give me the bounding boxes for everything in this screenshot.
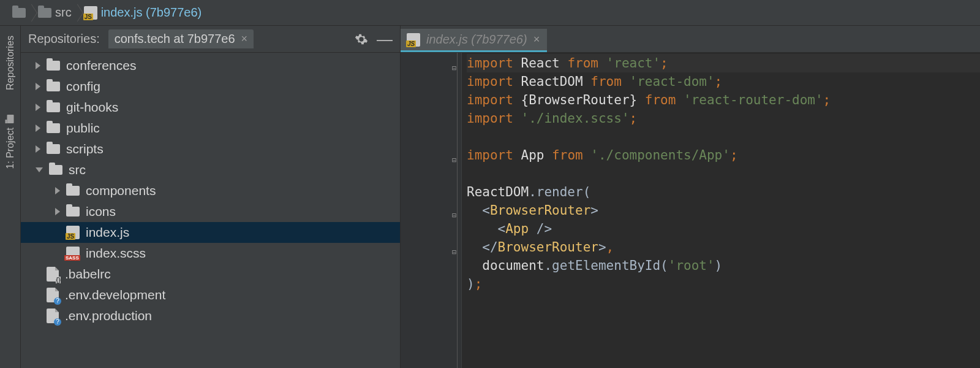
code-token: from bbox=[552, 148, 590, 163]
breadcrumb: src index.js (7b977e6) bbox=[0, 0, 980, 26]
code-line[interactable]: import React from 'react'; bbox=[467, 54, 980, 72]
editor-gutter[interactable]: ⊟⊟⊟⊟ bbox=[401, 53, 462, 368]
code-token: import bbox=[467, 74, 521, 89]
code-line[interactable]: <BrowserRouter> bbox=[467, 201, 980, 220]
tree-item[interactable]: git-hooks bbox=[21, 97, 400, 118]
code-line[interactable]: ); bbox=[467, 275, 980, 293]
code-token: < bbox=[467, 221, 505, 236]
tool-tab-label: Repositories bbox=[5, 36, 16, 90]
gear-icon[interactable] bbox=[355, 33, 368, 46]
panel-header: Repositories: confs.tech at 7b977e6 × — bbox=[21, 26, 400, 53]
editor-body[interactable]: ⊟⊟⊟⊟ import React from 'react';import Re… bbox=[401, 53, 980, 368]
code-area[interactable]: import React from 'react';import ReactDO… bbox=[462, 53, 980, 368]
fold-icon[interactable]: ⊟ bbox=[452, 59, 456, 77]
repo-tab-label: confs.tech at 7b977e6 bbox=[115, 32, 235, 46]
code-line[interactable]: import App from './components/App'; bbox=[467, 146, 980, 164]
folder-icon bbox=[47, 61, 60, 71]
code-token: import bbox=[467, 148, 521, 163]
tree-item[interactable]: scripts bbox=[21, 139, 400, 159]
code-token: > bbox=[598, 240, 606, 255]
code-token: './components/App' bbox=[590, 148, 730, 163]
code-token: document bbox=[482, 258, 544, 273]
close-icon[interactable]: × bbox=[533, 33, 540, 46]
code-token: ; bbox=[715, 74, 723, 89]
code-line[interactable]: ReactDOM.render( bbox=[467, 183, 980, 201]
code-token: ; bbox=[660, 56, 668, 71]
minimize-icon[interactable]: — bbox=[378, 33, 391, 46]
code-token: React bbox=[521, 56, 568, 71]
chevron-right-icon[interactable] bbox=[36, 104, 40, 111]
panel-title: Repositories: bbox=[28, 32, 100, 46]
chevron-right-icon[interactable] bbox=[36, 145, 40, 153]
fold-icon[interactable]: ⊟ bbox=[452, 151, 456, 169]
folder-icon bbox=[47, 102, 60, 112]
tree-item-label: index.js bbox=[86, 225, 129, 240]
breadcrumb-label: index.js (7b977e6) bbox=[101, 6, 202, 20]
tool-tab-repositories[interactable]: Repositories bbox=[4, 32, 17, 94]
code-token: BrowserRouter bbox=[498, 240, 598, 255]
code-line[interactable]: import {BrowserRouter} from 'react-route… bbox=[467, 91, 980, 109]
tree-item[interactable]: src bbox=[21, 159, 400, 180]
tree-item[interactable]: conferences bbox=[21, 55, 400, 76]
tool-window-strip: Repositories 1: Project bbox=[0, 26, 21, 368]
tool-tab-project[interactable]: 1: Project bbox=[4, 112, 17, 173]
chevron-right-icon[interactable] bbox=[55, 187, 60, 194]
code-line[interactable] bbox=[467, 128, 980, 146]
chevron-down-icon[interactable] bbox=[36, 167, 43, 172]
code-token bbox=[467, 258, 482, 273]
config-file-icon bbox=[47, 267, 59, 282]
breadcrumb-item-src[interactable]: src bbox=[32, 0, 78, 25]
chevron-right-icon[interactable] bbox=[36, 62, 40, 69]
js-file-icon bbox=[66, 226, 80, 239]
tree-item[interactable]: public bbox=[21, 118, 400, 139]
close-icon[interactable]: × bbox=[241, 33, 248, 45]
breadcrumb-item-file[interactable]: index.js (7b977e6) bbox=[78, 0, 208, 25]
tree-item[interactable]: .babelrc bbox=[21, 264, 400, 285]
tree-item-label: components bbox=[86, 183, 156, 198]
code-token: App bbox=[505, 221, 537, 236]
tree-item[interactable]: index.scss bbox=[21, 243, 400, 264]
code-line[interactable]: <App /> bbox=[467, 220, 980, 238]
tree-item-label: .babelrc bbox=[65, 267, 111, 282]
code-token: ReactDOM bbox=[467, 185, 529, 199]
tree-item[interactable]: icons bbox=[21, 201, 400, 222]
tree-item[interactable]: .env.production bbox=[21, 305, 400, 326]
js-file-icon bbox=[407, 33, 420, 47]
tree-item[interactable]: components bbox=[21, 180, 400, 201]
code-token: ) bbox=[715, 258, 723, 273]
code-token: App bbox=[521, 148, 552, 163]
fold-icon[interactable]: ⊟ bbox=[452, 206, 456, 224]
scss-file-icon bbox=[66, 247, 80, 260]
code-token: 'react' bbox=[606, 56, 661, 71]
fold-icon[interactable]: ⊟ bbox=[452, 243, 456, 261]
chevron-right-icon[interactable] bbox=[36, 83, 40, 90]
folder-icon bbox=[66, 207, 80, 217]
code-line[interactable] bbox=[467, 164, 980, 183]
folder-icon bbox=[47, 82, 60, 91]
code-token: </ bbox=[467, 240, 498, 255]
code-line[interactable]: document.getElementById('root') bbox=[467, 256, 980, 275]
code-line[interactable]: import ReactDOM from 'react-dom'; bbox=[467, 72, 980, 91]
tree-item[interactable]: .env.development bbox=[21, 285, 400, 305]
repo-tab[interactable]: confs.tech at 7b977e6 × bbox=[108, 29, 254, 48]
editor-tab[interactable]: index.js (7b977e6) × bbox=[401, 29, 547, 52]
tree-item[interactable]: index.js bbox=[21, 222, 400, 243]
chevron-right-icon[interactable] bbox=[36, 125, 40, 132]
chevron-right-icon[interactable] bbox=[55, 208, 60, 215]
tree-item[interactable]: config bbox=[21, 76, 400, 97]
tree-item-label: .env.production bbox=[65, 309, 152, 323]
code-token: , bbox=[606, 240, 614, 255]
tree-item-label: .env.development bbox=[65, 288, 165, 302]
code-line[interactable]: </BrowserRouter>, bbox=[467, 238, 980, 256]
tree-item-label: index.scss bbox=[86, 246, 146, 261]
tree-item-label: scripts bbox=[66, 142, 104, 156]
breadcrumb-label: src bbox=[55, 6, 72, 20]
project-tree[interactable]: conferencesconfiggit-hookspublicscriptss… bbox=[21, 53, 400, 368]
editor-tabbar: index.js (7b977e6) × bbox=[401, 26, 980, 53]
tree-item-label: conferences bbox=[66, 58, 136, 73]
code-token: < bbox=[467, 203, 490, 218]
breadcrumb-root[interactable] bbox=[6, 0, 32, 25]
tree-item-label: icons bbox=[86, 204, 116, 219]
code-line[interactable]: import './index.scss'; bbox=[467, 109, 980, 128]
code-token: > bbox=[590, 203, 598, 218]
